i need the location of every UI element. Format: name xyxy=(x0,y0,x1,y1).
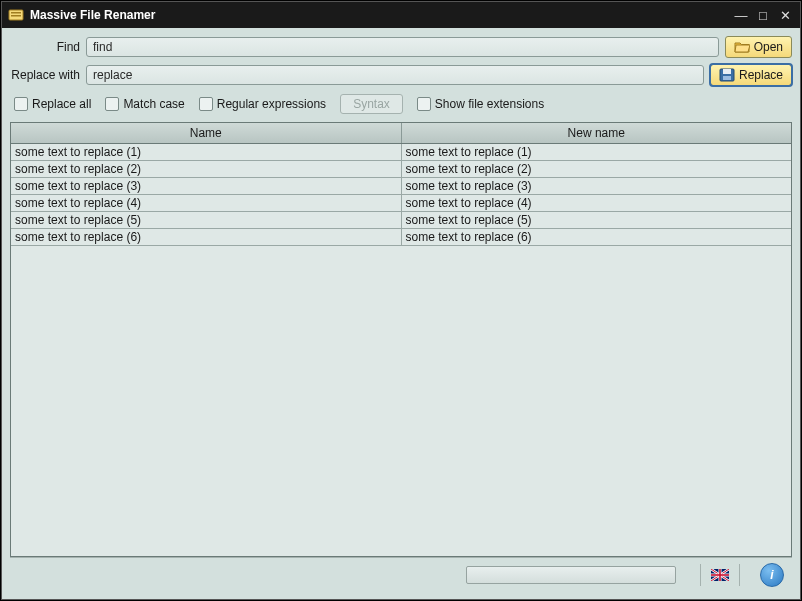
regex-checkbox[interactable]: Regular expressions xyxy=(199,97,326,111)
info-icon: i xyxy=(770,568,773,582)
show-ext-label: Show file extensions xyxy=(435,97,544,111)
svg-rect-2 xyxy=(11,15,21,17)
syntax-button-label: Syntax xyxy=(353,97,390,111)
replace-row: Replace with Replace xyxy=(10,64,792,86)
match-case-checkbox[interactable]: Match case xyxy=(105,97,184,111)
syntax-button[interactable]: Syntax xyxy=(340,94,403,114)
table-row[interactable]: some text to replace (3)some text to rep… xyxy=(11,178,791,195)
find-row: Find Open xyxy=(10,36,792,58)
table-row[interactable]: some text to replace (6)some text to rep… xyxy=(11,229,791,246)
checkbox-icon xyxy=(14,97,28,111)
cell-name: some text to replace (4) xyxy=(11,195,402,211)
show-ext-checkbox[interactable]: Show file extensions xyxy=(417,97,544,111)
titlebar: Massive File Renamer — □ ✕ xyxy=(2,2,800,28)
svg-rect-4 xyxy=(723,69,731,74)
cell-newname: some text to replace (6) xyxy=(402,229,792,245)
minimize-button[interactable]: — xyxy=(732,7,750,23)
replace-all-label: Replace all xyxy=(32,97,91,111)
cell-newname: some text to replace (4) xyxy=(402,195,792,211)
cell-name: some text to replace (3) xyxy=(11,178,402,194)
find-input[interactable] xyxy=(86,37,719,57)
table-row[interactable]: some text to replace (2)some text to rep… xyxy=(11,161,791,178)
table-body: some text to replace (1)some text to rep… xyxy=(11,144,791,556)
svg-rect-10 xyxy=(711,574,729,576)
app-window: Massive File Renamer — □ ✕ Find Open Rep… xyxy=(1,1,801,600)
divider xyxy=(739,564,740,586)
options-row: Replace all Match case Regular expressio… xyxy=(14,94,792,114)
app-icon xyxy=(8,7,24,23)
table-row[interactable]: some text to replace (5)some text to rep… xyxy=(11,212,791,229)
svg-rect-1 xyxy=(11,12,21,14)
cell-name: some text to replace (5) xyxy=(11,212,402,228)
checkbox-icon xyxy=(105,97,119,111)
window-title: Massive File Renamer xyxy=(30,8,728,22)
maximize-button[interactable]: □ xyxy=(754,7,772,23)
info-button[interactable]: i xyxy=(760,563,784,587)
file-table: Name New name some text to replace (1)so… xyxy=(10,122,792,557)
checkbox-icon xyxy=(199,97,213,111)
find-label: Find xyxy=(10,40,86,54)
cell-newname: some text to replace (2) xyxy=(402,161,792,177)
col-newname-header[interactable]: New name xyxy=(402,123,792,143)
table-row[interactable]: some text to replace (1)some text to rep… xyxy=(11,144,791,161)
open-button-label: Open xyxy=(754,40,783,54)
svg-rect-5 xyxy=(723,76,731,80)
divider xyxy=(700,564,701,586)
cell-name: some text to replace (2) xyxy=(11,161,402,177)
content-area: Find Open Replace with Replace R xyxy=(2,28,800,599)
regex-label: Regular expressions xyxy=(217,97,326,111)
replace-button[interactable]: Replace xyxy=(710,64,792,86)
open-button[interactable]: Open xyxy=(725,36,792,58)
checkbox-icon xyxy=(417,97,431,111)
save-icon xyxy=(719,68,735,82)
cell-newname: some text to replace (3) xyxy=(402,178,792,194)
statusbar: i xyxy=(10,557,792,591)
cell-name: some text to replace (1) xyxy=(11,144,402,160)
col-name-header[interactable]: Name xyxy=(11,123,402,143)
folder-open-icon xyxy=(734,40,750,54)
status-field xyxy=(466,566,676,584)
replace-label: Replace with xyxy=(10,68,86,82)
replace-input[interactable] xyxy=(86,65,704,85)
cell-name: some text to replace (6) xyxy=(11,229,402,245)
table-header: Name New name xyxy=(11,123,791,144)
cell-newname: some text to replace (5) xyxy=(402,212,792,228)
replace-all-checkbox[interactable]: Replace all xyxy=(14,97,91,111)
cell-newname: some text to replace (1) xyxy=(402,144,792,160)
language-flag-icon[interactable] xyxy=(711,569,729,581)
replace-button-label: Replace xyxy=(739,68,783,82)
close-button[interactable]: ✕ xyxy=(776,7,794,23)
match-case-label: Match case xyxy=(123,97,184,111)
table-row[interactable]: some text to replace (4)some text to rep… xyxy=(11,195,791,212)
